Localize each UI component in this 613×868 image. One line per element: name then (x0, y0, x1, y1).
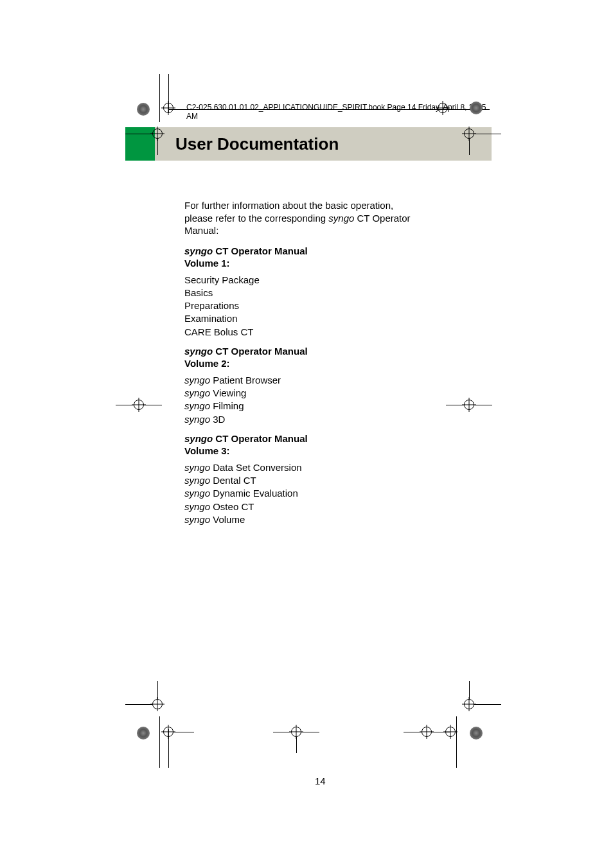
crop-mark-icon (157, 681, 158, 699)
registration-circle-icon (137, 727, 150, 740)
intro-line-1: For further information about the basic … (184, 199, 492, 212)
volume-1-heading: syngo CT Operator Manual (184, 245, 492, 258)
crop-mark-icon (116, 405, 134, 405)
registration-mark-icon (134, 400, 144, 410)
crop-mark-icon (474, 704, 501, 705)
crop-mark-icon (469, 681, 470, 699)
list-item: syngo Dental CT (184, 474, 492, 487)
volume-3-heading: syngo CT Operator Manual (184, 432, 492, 445)
volume-2-subheading: Volume 2: (184, 357, 492, 370)
page-number: 14 (315, 775, 326, 786)
registration-mark-icon (422, 727, 432, 737)
volume-3-items: syngo Data Set Conversion syngo Dental C… (184, 461, 492, 526)
volume-2-section: syngo CT Operator Manual Volume 2: syngo… (184, 345, 492, 426)
crop-mark-icon (125, 134, 152, 134)
volume-1-subheading: Volume 1: (184, 257, 492, 270)
crop-mark-icon (296, 737, 297, 753)
registration-circle-icon (137, 103, 150, 116)
registration-mark-icon (438, 103, 448, 113)
registration-mark-icon (291, 727, 301, 737)
registration-circle-icon (470, 102, 483, 114)
crop-mark-icon (474, 405, 492, 405)
registration-circle-icon (470, 727, 483, 740)
body-content: For further information about the basic … (184, 199, 492, 526)
crop-mark-icon (159, 716, 160, 768)
registration-mark-icon (152, 699, 163, 709)
crop-mark-icon (173, 732, 194, 732)
registration-mark-icon (464, 128, 474, 139)
list-item: syngo Viewing (184, 387, 492, 400)
volume-2-heading: syngo CT Operator Manual (184, 345, 492, 358)
list-item: syngo Patient Browser (184, 374, 492, 387)
list-item: syngo Osteo CT (184, 500, 492, 513)
volume-2-items: syngo Patient Browser syngo Viewing syng… (184, 374, 492, 426)
volume-3-section: syngo CT Operator Manual Volume 3: syngo… (184, 432, 492, 526)
list-item: syngo Dynamic Evaluation (184, 487, 492, 500)
intro-line-2: please refer to the corresponding syngo … (184, 212, 492, 225)
volume-1-items: Security Package Basics Preparations Exa… (184, 274, 492, 339)
title-area: User Documentation (155, 127, 492, 161)
list-item: syngo 3D (184, 413, 492, 426)
volume-1-section: syngo CT Operator Manual Volume 1: Secur… (184, 245, 492, 339)
crop-mark-icon (125, 704, 152, 705)
crop-mark-icon (446, 405, 464, 405)
crop-mark-icon (157, 139, 158, 155)
crop-mark-icon (469, 139, 470, 155)
crop-mark-icon (398, 109, 437, 110)
volume-3-subheading: Volume 3: (184, 445, 492, 457)
list-item: CARE Bolus CT (184, 326, 492, 339)
registration-mark-icon (464, 400, 474, 410)
registration-mark-icon (163, 103, 173, 113)
page-container: C2-025.630.01.01.02_APPLICATIONGUIDE_SPI… (125, 74, 492, 768)
page-title: User Documentation (175, 134, 339, 154)
list-item: Security Package (184, 274, 492, 287)
registration-mark-icon (445, 727, 456, 737)
intro-line-3: Manual: (184, 224, 492, 237)
header-filename: C2-025.630.01.01.02_APPLICATIONGUIDE_SPI… (186, 74, 492, 121)
list-item: syngo Data Set Conversion (184, 461, 492, 474)
crop-mark-icon (159, 74, 160, 122)
intro-paragraph: For further information about the basic … (184, 199, 492, 237)
crop-mark-icon (404, 732, 422, 732)
list-item: syngo Filming (184, 400, 492, 412)
crop-mark-icon (273, 732, 291, 732)
list-item: Examination (184, 312, 492, 325)
list-item: Basics (184, 287, 492, 299)
list-item: syngo Volume (184, 513, 492, 526)
registration-mark-icon (163, 727, 173, 737)
crop-mark-icon (144, 405, 162, 405)
registration-mark-icon (152, 128, 163, 139)
crop-mark-icon (474, 134, 501, 134)
registration-mark-icon (464, 699, 474, 709)
green-accent-block (125, 127, 155, 161)
crop-mark-icon (456, 716, 457, 768)
title-bar: User Documentation (125, 127, 492, 161)
list-item: Preparations (184, 299, 492, 312)
crop-mark-icon (301, 732, 319, 732)
